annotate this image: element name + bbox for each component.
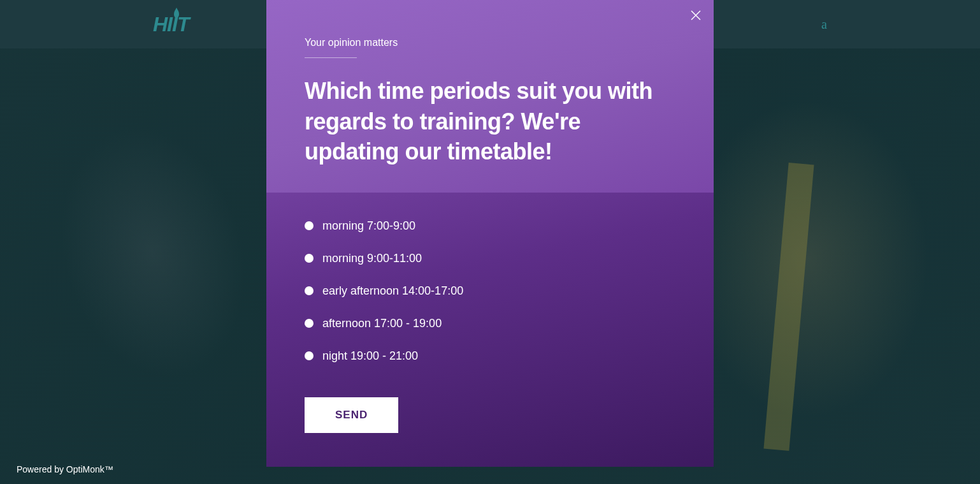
radio-input[interactable]	[305, 286, 313, 295]
radio-label: morning 7:00-9:00	[322, 219, 415, 233]
modal-title: Which time periods suit you with regards…	[305, 76, 675, 167]
close-button[interactable]	[689, 9, 702, 22]
radio-label: early afternoon 14:00-17:00	[322, 284, 463, 298]
modal-subtitle: Your opinion matters	[305, 37, 675, 48]
modal-header: Your opinion matters Which time periods …	[266, 0, 714, 193]
radio-label: morning 9:00-11:00	[322, 252, 422, 265]
send-button[interactable]: SEND	[305, 397, 398, 433]
radio-option-night[interactable]: night 19:00 - 21:00	[305, 349, 675, 363]
divider-line	[305, 57, 357, 58]
survey-modal: Your opinion matters Which time periods …	[266, 0, 714, 467]
radio-label: night 19:00 - 21:00	[322, 349, 418, 363]
radio-input[interactable]	[305, 254, 313, 263]
radio-input[interactable]	[305, 351, 313, 360]
modal-body: morning 7:00-9:00 morning 9:00-11:00 ear…	[266, 193, 714, 433]
radio-option-morning-early[interactable]: morning 7:00-9:00	[305, 219, 675, 233]
radio-input[interactable]	[305, 221, 313, 230]
radio-label: afternoon 17:00 - 19:00	[322, 317, 442, 330]
radio-option-morning-late[interactable]: morning 9:00-11:00	[305, 252, 675, 265]
close-icon	[689, 9, 702, 22]
radio-input[interactable]	[305, 319, 313, 328]
radio-option-early-afternoon[interactable]: early afternoon 14:00-17:00	[305, 284, 675, 298]
radio-option-afternoon[interactable]: afternoon 17:00 - 19:00	[305, 317, 675, 330]
modal-overlay: Your opinion matters Which time periods …	[0, 0, 980, 484]
